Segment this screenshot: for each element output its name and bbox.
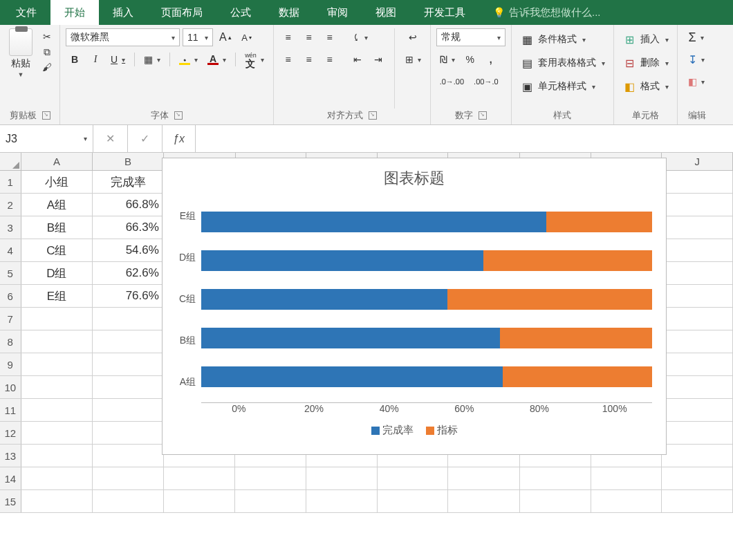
tab-开发工具[interactable]: 开发工具: [410, 0, 479, 25]
indent-increase-icon[interactable]: ⇥: [369, 50, 387, 68]
cell-J12[interactable]: [662, 422, 733, 444]
cell-H15[interactable]: [520, 490, 591, 512]
paste-icon[interactable]: [9, 28, 33, 56]
format-as-table-button[interactable]: ▤套用表格格式▾: [517, 52, 608, 74]
autosum-button[interactable]: Σ▾: [685, 28, 708, 46]
cell-I15[interactable]: [591, 490, 662, 512]
accounting-button[interactable]: ₪▾: [436, 50, 458, 68]
cell-B4[interactable]: 54.6%: [93, 239, 164, 261]
cell-E14[interactable]: [306, 467, 378, 489]
border-button[interactable]: ▦▾: [140, 50, 164, 68]
decrease-font-icon[interactable]: A▾: [238, 28, 256, 46]
row-header-12[interactable]: 12: [0, 422, 21, 444]
cell-A1[interactable]: 小组: [21, 171, 93, 193]
cancel-formula-icon[interactable]: ✕: [98, 132, 123, 145]
increase-font-icon[interactable]: A▴: [216, 28, 235, 46]
cut-icon[interactable]: ✂: [40, 31, 54, 42]
cell-D15[interactable]: [235, 490, 306, 512]
cell-J3[interactable]: [662, 216, 733, 239]
tab-公式[interactable]: 公式: [216, 0, 265, 25]
cell-J6[interactable]: [662, 285, 733, 307]
align-middle-icon[interactable]: ≡: [300, 28, 318, 46]
cell-G14[interactable]: [448, 467, 520, 489]
row-header-3[interactable]: 3: [0, 216, 21, 239]
cell-A6[interactable]: E组: [21, 285, 93, 307]
delete-cells-button[interactable]: ⊟删除▾: [620, 52, 671, 74]
format-painter-icon[interactable]: 🖌: [40, 62, 54, 73]
font-dialog-icon[interactable]: ↘: [174, 111, 183, 120]
cell-A5[interactable]: D组: [21, 262, 93, 284]
col-header-J[interactable]: J: [662, 153, 733, 170]
enter-formula-icon[interactable]: ✓: [133, 132, 158, 145]
format-cells-button[interactable]: ◧格式▾: [620, 75, 671, 97]
cell-A9[interactable]: [21, 353, 93, 375]
cell-H14[interactable]: [520, 467, 591, 489]
align-right-icon[interactable]: ≡: [321, 50, 339, 68]
cell-A14[interactable]: [21, 467, 93, 489]
cell-A12[interactable]: [21, 422, 93, 444]
paste-label[interactable]: 粘贴: [11, 57, 30, 70]
underline-button[interactable]: U▾: [107, 50, 129, 68]
align-dialog-icon[interactable]: ↘: [369, 111, 377, 120]
cell-J5[interactable]: [662, 262, 733, 284]
comma-button[interactable]: ,: [482, 50, 500, 68]
chart[interactable]: 图表标题 E组D组C组B组A组 0%20%40%60%80%100% 完成率 指…: [162, 158, 667, 455]
cell-J2[interactable]: [662, 194, 733, 216]
font-name-input[interactable]: 微软雅黑▾: [66, 28, 180, 46]
cell-B9[interactable]: [93, 353, 164, 375]
align-bottom-icon[interactable]: ≡: [321, 28, 339, 46]
row-header-15[interactable]: 15: [0, 490, 21, 512]
cell-J15[interactable]: [662, 490, 733, 512]
name-box[interactable]: J3▾: [0, 125, 93, 152]
cell-B6[interactable]: 76.6%: [93, 285, 164, 307]
tab-文件[interactable]: 文件: [2, 0, 50, 25]
row-header-1[interactable]: 1: [0, 171, 21, 193]
cell-C14[interactable]: [164, 467, 236, 489]
cell-B12[interactable]: [93, 422, 164, 444]
cell-F14[interactable]: [378, 467, 449, 489]
cell-C15[interactable]: [164, 490, 236, 512]
italic-button[interactable]: I: [86, 50, 104, 68]
cell-A11[interactable]: [21, 399, 93, 421]
number-format-select[interactable]: 常规▾: [436, 28, 505, 46]
tab-视图[interactable]: 视图: [362, 0, 410, 25]
align-center-icon[interactable]: ≡: [300, 50, 318, 68]
cell-A8[interactable]: [21, 330, 93, 353]
fx-icon[interactable]: ƒx: [163, 125, 196, 152]
cell-B3[interactable]: 66.3%: [93, 216, 164, 239]
row-header-2[interactable]: 2: [0, 194, 21, 216]
merge-button[interactable]: ⊞▾: [402, 50, 425, 68]
fill-color-button[interactable]: ⬩▾: [176, 50, 201, 68]
align-top-icon[interactable]: ≡: [279, 28, 297, 46]
cell-A2[interactable]: A组: [21, 194, 93, 216]
cell-A7[interactable]: [21, 308, 93, 330]
cell-G15[interactable]: [448, 490, 520, 512]
cell-A13[interactable]: [21, 445, 93, 467]
phonetic-button[interactable]: wén文▾: [241, 50, 268, 68]
col-header-B[interactable]: B: [93, 153, 164, 170]
font-size-input[interactable]: 11▾: [183, 28, 213, 46]
cell-D14[interactable]: [235, 467, 306, 489]
orientation-button[interactable]: ⤹▾: [349, 28, 371, 46]
cell-A15[interactable]: [21, 490, 93, 512]
tab-页面布局[interactable]: 页面布局: [147, 0, 216, 25]
cell-B13[interactable]: [93, 445, 164, 467]
cell-B11[interactable]: [93, 399, 164, 421]
increase-decimal-icon[interactable]: .0→.00: [436, 73, 467, 91]
clipboard-dialog-icon[interactable]: ↘: [42, 111, 50, 120]
cell-J9[interactable]: [662, 353, 733, 375]
select-all-corner[interactable]: [0, 153, 21, 170]
cell-F15[interactable]: [378, 490, 449, 512]
cell-B5[interactable]: 62.6%: [93, 262, 164, 284]
cell-J14[interactable]: [662, 467, 733, 489]
cell-styles-button[interactable]: ▣单元格样式▾: [517, 75, 608, 97]
insert-cells-button[interactable]: ⊞插入▾: [620, 28, 671, 50]
cell-B14[interactable]: [93, 467, 164, 489]
decrease-decimal-icon[interactable]: .00→.0: [470, 73, 501, 91]
cell-B7[interactable]: [93, 308, 164, 330]
copy-icon[interactable]: ⧉: [40, 46, 54, 57]
align-left-icon[interactable]: ≡: [279, 50, 297, 68]
tab-审阅[interactable]: 审阅: [313, 0, 362, 25]
clear-button[interactable]: ◧▾: [685, 73, 708, 91]
row-header-4[interactable]: 4: [0, 239, 21, 261]
